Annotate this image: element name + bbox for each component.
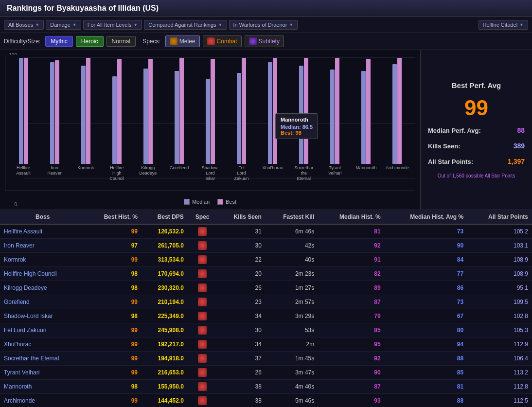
kills-cell: 34 bbox=[217, 337, 265, 352]
spec-cell bbox=[188, 309, 217, 323]
bar-group bbox=[163, 57, 195, 164]
fastest-cell: 3m 29s bbox=[266, 309, 318, 323]
boss-x-label: Archimonde bbox=[382, 164, 413, 191]
median-hist-cell: 87 bbox=[318, 295, 384, 309]
median-avg-cell: 80 bbox=[385, 323, 467, 337]
allstar-cell: 113.2 bbox=[467, 366, 532, 380]
normal-button[interactable]: Normal bbox=[106, 36, 136, 47]
x-axis-labels: HellfireAssaultIronReaverKormrokHellfire… bbox=[8, 164, 413, 191]
boss-name-cell[interactable]: Socrethar the Eternal bbox=[0, 352, 85, 366]
bar-median bbox=[81, 66, 86, 164]
item-levels-dropdown[interactable]: For All Item Levels ▼ bbox=[83, 20, 142, 30]
bosses-dropdown[interactable]: All Bosses ▼ bbox=[4, 20, 44, 30]
combat-spec-button[interactable]: Combat bbox=[203, 35, 242, 47]
boss-x-label: FelLordZakuun bbox=[226, 164, 257, 191]
allstar-cell: 108.9 bbox=[467, 267, 532, 281]
boss-name-cell[interactable]: Hellfire High Council bbox=[0, 267, 85, 281]
specs-label: Specs: bbox=[142, 38, 160, 45]
difficulty-label: Difficulty/Size: bbox=[4, 38, 40, 45]
spec-icon-cell bbox=[198, 312, 207, 320]
boss-name-cell[interactable]: Mannoroth bbox=[0, 380, 85, 394]
boss-x-label: IronReaver bbox=[39, 164, 70, 191]
best-dps-cell: 192,217.0 bbox=[142, 337, 188, 352]
median-avg-cell: 94 bbox=[385, 337, 467, 352]
col-fastest[interactable]: Fastest Kill bbox=[266, 210, 318, 224]
median-hist-cell: 89 bbox=[318, 281, 384, 295]
col-best-dps[interactable]: Best DPS bbox=[142, 210, 188, 224]
bar-best bbox=[211, 59, 215, 164]
col-kills[interactable]: Kills Seen bbox=[217, 210, 265, 224]
boss-name-cell[interactable]: Shadow-Lord Iskar bbox=[0, 309, 85, 323]
subtlety-spec-button[interactable]: Subtlety bbox=[245, 35, 284, 47]
best-dps-cell: 210,194.0 bbox=[142, 295, 188, 309]
boss-name-cell[interactable]: Kormrok bbox=[0, 253, 85, 267]
median-avg-cell: 77 bbox=[385, 267, 467, 281]
best-hist-cell: 99 bbox=[85, 352, 142, 366]
median-hist-cell: 91 bbox=[318, 253, 384, 267]
allstar-cell: 108.9 bbox=[467, 253, 532, 267]
melee-spec-button[interactable]: Melee bbox=[165, 35, 200, 47]
spec-icon-cell bbox=[198, 298, 207, 306]
boss-name-cell[interactable]: Xhul'horac bbox=[0, 337, 85, 352]
col-median-avg[interactable]: Median Hist. Avg % bbox=[385, 210, 467, 224]
col-allstar[interactable]: All Star Points bbox=[467, 210, 532, 224]
best-dps-cell: 144,452.0 bbox=[142, 394, 188, 407]
boss-name-cell[interactable]: Iron Reaver bbox=[0, 239, 85, 253]
bar-group bbox=[8, 57, 39, 164]
mythic-button[interactable]: Mythic bbox=[45, 36, 73, 47]
best-dps-cell: 245,908.0 bbox=[142, 323, 188, 337]
raid-dropdown[interactable]: Hellfire Citadel ▼ bbox=[479, 20, 528, 30]
median-avg-cell: 88 bbox=[385, 394, 467, 407]
bar-best bbox=[242, 58, 246, 164]
heroic-button[interactable]: Heroic bbox=[76, 36, 104, 47]
allstar-cell: 112.5 bbox=[467, 394, 532, 407]
boss-x-label: Xhul'horac bbox=[257, 164, 288, 191]
expansion-dropdown[interactable]: In Warlords of Draenor ▼ bbox=[229, 20, 298, 30]
median-avg-cell: 86 bbox=[385, 281, 467, 295]
boss-name-cell[interactable]: Gorefiend bbox=[0, 295, 85, 309]
bar-group bbox=[288, 57, 319, 164]
spec-icon-cell bbox=[198, 382, 207, 391]
bar-median bbox=[206, 79, 210, 164]
bar-best bbox=[148, 59, 153, 164]
bar-median bbox=[330, 70, 335, 164]
boss-name-cell[interactable]: Tyrant Velhari bbox=[0, 366, 85, 380]
col-median-hist[interactable]: Median Hist. % bbox=[318, 210, 384, 224]
median-avg-cell: 67 bbox=[385, 309, 467, 323]
best-hist-cell: 97 bbox=[85, 239, 142, 253]
best-hist-cell: 99 bbox=[85, 295, 142, 309]
spec-icon-cell bbox=[198, 354, 207, 363]
spec-icon-cell bbox=[198, 255, 207, 264]
boss-name-cell[interactable]: Hellfire Assault bbox=[0, 224, 85, 239]
chevron-down-icon: ▼ bbox=[289, 22, 293, 27]
best-dps-cell: 225,349.0 bbox=[142, 309, 188, 323]
spec-cell bbox=[188, 366, 217, 380]
bar-median bbox=[392, 64, 397, 164]
best-dps-cell: 155,950.0 bbox=[142, 380, 188, 394]
spec-icon-cell bbox=[198, 283, 207, 292]
col-best-hist[interactable]: Best Hist. % bbox=[85, 210, 142, 224]
page-title: Rankings for Byakuyaasha of Illidan (US) bbox=[0, 0, 532, 17]
bar-group bbox=[39, 57, 70, 164]
boss-x-label: HellfireHighCouncil bbox=[101, 164, 132, 191]
main-content: 100 50 0 HellfireAssaultIronReaverKormro… bbox=[0, 50, 532, 210]
chevron-down-icon: ▼ bbox=[35, 22, 39, 27]
spec-icon-cell bbox=[198, 396, 207, 405]
allstar-note: Out of 1,560 possible All Star Points bbox=[438, 173, 515, 178]
compared-dropdown[interactable]: Compared Against Rankings ▼ bbox=[144, 20, 227, 30]
boss-name-cell[interactable]: Archimonde bbox=[0, 394, 85, 407]
median-avg-cell: 90 bbox=[385, 239, 467, 253]
fastest-cell: 4m 40s bbox=[266, 380, 318, 394]
boss-name-cell[interactable]: Fel Lord Zakuun bbox=[0, 323, 85, 337]
median-perf-label: Median Perf. Avg: bbox=[428, 127, 481, 134]
best-hist-cell: 99 bbox=[85, 224, 142, 239]
bar-group bbox=[101, 57, 132, 164]
damage-dropdown[interactable]: Damage ▼ bbox=[46, 20, 81, 30]
legend-median: Median bbox=[184, 199, 210, 205]
best-hist-cell: 98 bbox=[85, 281, 142, 295]
bar-median bbox=[143, 69, 148, 164]
spec-cell bbox=[188, 267, 217, 281]
boss-name-cell[interactable]: Kilrogg Deadeye bbox=[0, 281, 85, 295]
kills-cell: 34 bbox=[217, 309, 265, 323]
spec-cell bbox=[188, 253, 217, 267]
